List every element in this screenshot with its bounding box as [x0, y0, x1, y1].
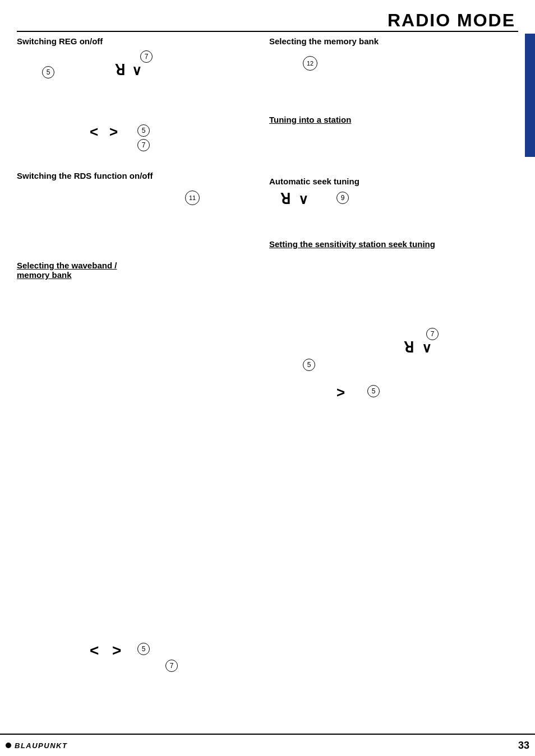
switching-reg-section: Switching REG on/off 7 ꓤ ∨ 5	[17, 36, 103, 95]
circle-7-reg: 7	[140, 50, 153, 63]
setting-sensitivity-title: Setting the sensitivity station seek tun…	[269, 238, 460, 250]
setting-sensitivity-section: Setting the sensitivity station seek tun…	[269, 238, 460, 254]
waveband-arrow-up: ꓤ	[404, 339, 414, 356]
circle-5-waveband: 5	[303, 359, 315, 371]
arrow-right-tune: >	[109, 123, 118, 141]
arrow-up-reg: ꓤ	[115, 62, 125, 79]
circle-7-tune: 7	[137, 139, 150, 151]
waveband-arrow-right: >	[336, 384, 345, 401]
selecting-waveband-section: Selecting the waveband / memory bank	[17, 261, 151, 284]
switching-reg-title: Switching REG on/off	[17, 36, 103, 46]
header-divider	[17, 31, 518, 32]
switching-rds-diagram: 11	[17, 185, 153, 219]
seek-arrow-up: ꓤ	[280, 191, 290, 208]
footer: BLAUPUNKT 33	[0, 734, 535, 756]
selecting-waveband-title: Selecting the waveband / memory bank	[17, 261, 151, 280]
selecting-memory-title: Selecting the memory bank	[269, 36, 379, 46]
circle-7-waveband: 7	[426, 328, 439, 340]
selecting-memory-diagram: 12	[269, 50, 379, 84]
circle-5b-waveband: 5	[367, 385, 380, 397]
page-title: RADIO MODE	[388, 10, 515, 31]
tuning-station-title: Tuning into a station	[269, 115, 351, 124]
brand-name: BLAUPUNKT	[15, 741, 67, 750]
circle-12-memory: 12	[303, 56, 317, 71]
main-content: Switching REG on/off 7 ꓤ ∨ 5 < > 5 7	[17, 36, 518, 728]
circle-5-tune: 5	[137, 124, 150, 137]
seek-arrow-down: ∨	[298, 192, 308, 207]
switching-rds-title: Switching the RDS function on/off	[17, 171, 153, 180]
waveband-arrow-down: ∨	[422, 340, 432, 356]
switching-rds-section: Switching the RDS function on/off 11	[17, 171, 153, 219]
bottom-circle-7: 7	[165, 660, 178, 672]
bottom-arrow-right: >	[112, 642, 121, 660]
switching-reg-diagram: 7 ꓤ ∨ 5	[17, 50, 103, 95]
page-number: 33	[518, 740, 529, 752]
arrow-left-tune: <	[90, 123, 98, 141]
sidebar-accent	[525, 34, 535, 157]
arrow-down-reg: ∨	[132, 63, 142, 78]
bottom-arrow-left: <	[90, 642, 99, 660]
automatic-seek-diagram: ꓤ ∨ 9	[269, 191, 359, 219]
circle-5-reg: 5	[42, 66, 54, 78]
circle-11-rds: 11	[185, 191, 200, 205]
tuning-station-section: Tuning into a station	[269, 115, 351, 129]
bottom-circle-5: 5	[137, 643, 150, 655]
brand-logo: BLAUPUNKT	[6, 741, 67, 750]
automatic-seek-section: Automatic seek tuning ꓤ ∨ 9	[269, 177, 359, 219]
circle-9-seek: 9	[336, 192, 349, 204]
selecting-memory-section: Selecting the memory bank 12	[269, 36, 379, 84]
automatic-seek-title: Automatic seek tuning	[269, 177, 359, 186]
brand-dot	[6, 743, 11, 748]
